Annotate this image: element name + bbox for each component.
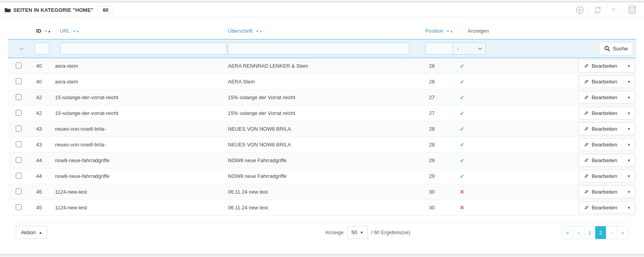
edit-dropdown-toggle[interactable]: ▼ [622,202,635,214]
visible-check-icon[interactable]: ✔ [456,94,468,101]
pagination-page-1[interactable]: 1 [584,226,595,239]
sort-asc-icon[interactable]: ▲ [48,30,51,33]
row-checkbox[interactable] [16,110,22,116]
search-button[interactable]: Suche [599,42,633,55]
visible-check-icon[interactable]: ✔ [456,173,468,180]
filter-ueberschrift-input[interactable] [228,43,409,55]
caret-down-icon: ▼ [627,111,631,115]
table-row[interactable]: 42 15-solange-der-vorrat-reicht 15% sola… [8,105,636,121]
cell-id: 44 [33,157,55,163]
edit-button-group: ✎ Bearbeiten ▼ [578,170,635,183]
edit-button[interactable]: ✎ Bearbeiten [579,170,622,182]
sort-desc-icon[interactable]: ▼ [73,30,76,33]
row-checkbox[interactable] [16,157,22,163]
bulk-actions-button[interactable]: Aktion ▲ [16,226,47,239]
cell-title: AERA Stem [228,79,416,85]
row-checkbox[interactable] [16,94,22,100]
edit-button[interactable]: ✎ Bearbeiten [579,202,622,214]
cell-title: NEUES VON NOW8 BRILA [228,126,416,132]
edit-dropdown-toggle[interactable]: ▼ [622,123,635,135]
column-header-url[interactable]: URL ▼ ▲ [55,28,228,34]
edit-dropdown-toggle[interactable]: ▼ [622,107,635,119]
add-new-button[interactable] [571,4,589,16]
edit-button[interactable]: ✎ Bearbeiten [579,91,622,104]
filter-anzeigen-select[interactable]: - [453,43,486,55]
visible-check-icon[interactable]: ✔ [456,141,468,148]
console-button[interactable]: >_ [607,4,622,16]
row-checkbox[interactable] [16,63,22,68]
edit-button[interactable]: ✎ Bearbeiten [579,60,622,72]
row-checkbox[interactable] [16,126,22,131]
row-checkbox[interactable] [16,204,22,210]
panel-toolbar: >_ [571,4,642,16]
cell-position: 28 [416,142,442,148]
sql-manager-button[interactable] [622,4,642,16]
table-row[interactable]: 42 15-solange-der-vorrat-reicht 15% sola… [8,90,636,105]
row-checkbox[interactable] [16,189,22,194]
row-checkbox[interactable] [16,141,22,147]
caret-down-icon: ▼ [360,231,363,235]
cell-url: now8-neue-fahrradgriffe [55,157,228,163]
table-row[interactable]: 45 1124-new-test 06.11.24 new test 30 ✖ … [8,184,636,200]
table-row[interactable]: 40 aera-stem AERA Stem 26 ✔ ✎ Bearbeiten… [8,74,636,90]
search-icon [604,46,610,52]
sort-asc-icon[interactable]: ▲ [76,30,79,33]
filter-url-input[interactable] [60,43,227,55]
edit-dropdown-toggle[interactable]: ▼ [622,76,635,88]
refresh-button[interactable] [589,4,607,16]
edit-dropdown-toggle[interactable]: ▼ [622,186,635,198]
table-row[interactable]: 43 neues-von-now8-brila- NEUES VON NOW8 … [8,121,636,137]
cell-title: 15% solange der Vorrat reicht [228,94,416,100]
page-size-select[interactable]: 50 ▼ [347,226,367,239]
pagination-prev[interactable]: ‹ [573,226,584,239]
table-row[interactable]: 40 aera-stem AERA RENNRAD LENKER & Stem … [8,58,636,74]
cell-url: 1124-new-test [55,189,228,195]
hidden-cross-icon[interactable]: ✖ [456,189,468,195]
edit-button[interactable]: ✎ Bearbeiten [579,154,622,166]
cell-url: now8-neue-fahrradgriffe [55,173,228,179]
table-filter-row: -- - Suche [8,39,636,58]
pagination-first[interactable]: « [562,226,573,239]
pagination: « ‹ 1 2 › » [561,226,628,239]
table-row[interactable]: 44 now8-neue-fahrradgriffe NOW8 neue Fah… [8,153,636,168]
pagination-page-2-active[interactable]: 2 [595,226,606,239]
row-checkbox[interactable] [16,173,22,179]
pagination-next[interactable]: › [606,226,617,239]
sort-desc-icon[interactable]: ▼ [44,30,48,33]
edit-button[interactable]: ✎ Bearbeiten [579,107,622,119]
table-header-row: ID ▼ ▲ URL ▼ ▲ Überschrift ▼ ▲ [8,22,636,39]
table-row[interactable]: 44 now8-neue-fahrradgriffe NOW8 neue Fah… [8,168,636,184]
sort-asc-icon[interactable]: ▲ [450,30,453,33]
visible-check-icon[interactable]: ✔ [456,78,468,85]
sort-asc-icon[interactable]: ▲ [259,30,262,33]
visible-check-icon[interactable]: ✔ [456,157,468,164]
visible-check-icon[interactable]: ✔ [456,126,468,133]
pagination-last[interactable]: » [617,226,628,239]
edit-button[interactable]: ✎ Bearbeiten [579,139,622,151]
column-header-ueberschrift[interactable]: Überschrift ▼ ▲ [228,28,416,34]
visible-check-icon[interactable]: ✔ [456,110,468,117]
sort-desc-icon[interactable]: ▼ [255,30,259,33]
edit-button[interactable]: ✎ Bearbeiten [579,76,622,88]
cell-title: NOW8 neue Fahrradgriffe [228,173,416,179]
row-checkbox[interactable] [16,78,22,84]
edit-dropdown-toggle[interactable]: ▼ [622,91,635,104]
edit-dropdown-toggle[interactable]: ▼ [622,170,635,182]
cell-position: 30 [416,205,442,211]
column-header-position[interactable]: Position ▼ ▲ [416,28,456,34]
visible-check-icon[interactable]: ✔ [456,63,468,70]
edit-dropdown-toggle[interactable]: ▼ [622,60,635,72]
edit-dropdown-toggle[interactable]: ▼ [622,139,635,151]
hidden-cross-icon[interactable]: ✖ [456,205,468,211]
edit-button[interactable]: ✎ Bearbeiten [579,123,622,135]
caret-down-icon: ▼ [627,174,631,178]
sort-desc-icon[interactable]: ▼ [446,30,450,33]
filter-id-input[interactable] [35,43,50,55]
filter-position-input[interactable] [425,43,455,55]
edit-dropdown-toggle[interactable]: ▼ [622,154,635,166]
table-row[interactable]: 45 1124-new-test 06.11.24 new test 30 ✖ … [8,200,636,216]
edit-button[interactable]: ✎ Bearbeiten [579,186,622,198]
table-row[interactable]: 43 neues-von-now8-brila- NEUES VON NOW8 … [8,137,636,153]
column-header-id[interactable]: ID ▼ ▲ [33,28,55,34]
select-all-placeholder: -- [8,46,33,52]
